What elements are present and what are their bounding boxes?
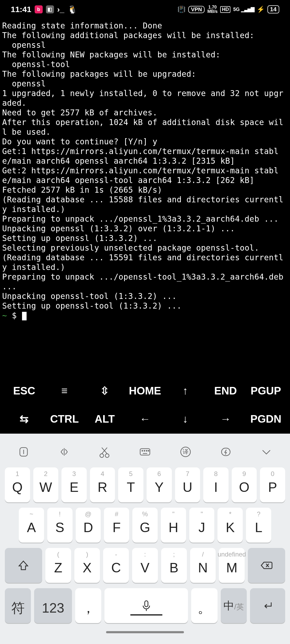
key-backspace[interactable]	[248, 548, 285, 583]
key-numeric[interactable]: 123	[34, 588, 72, 623]
prompt-symbol: $	[12, 311, 17, 320]
keyboard-row-2: ~A!S@D#F%G"H"J*K?L	[5, 508, 285, 543]
keyboard-row-1: 1Q2W3E4R5T6Y7U8I9O0P	[5, 467, 285, 502]
ime-tool-cursor-icon[interactable]	[16, 444, 31, 459]
key-pgdn[interactable]: PGDN	[246, 411, 286, 427]
ime-panel: 译 1Q2W3E4R5T6Y7U8I9O0P ~A!S@D#F%G"H"J*K?…	[0, 434, 290, 644]
svg-point-5	[144, 451, 145, 451]
svg-point-6	[146, 451, 147, 451]
key-up[interactable]: ↑	[165, 383, 205, 399]
key-enter[interactable]	[250, 588, 285, 623]
key-u[interactable]: 7U	[175, 467, 200, 502]
penguin-icon: 🐧	[67, 5, 77, 14]
key-menu[interactable]: ≡	[44, 383, 85, 399]
status-bar: 11:41 b ◧ ›_ 🐧 📳 VPN 1.70 MB/s HD 5G ▁▃▅…	[0, 0, 290, 19]
keyboard-rows: 1Q2W3E4R5T6Y7U8I9O0P ~A!S@D#F%G"H"J*K?L …	[0, 467, 290, 623]
cursor	[22, 312, 27, 320]
key-q[interactable]: 1Q	[5, 467, 30, 502]
key-a[interactable]: ~A	[19, 508, 44, 543]
signal-icon: ▁▃▅▇	[241, 7, 254, 12]
key-shift[interactable]	[5, 548, 42, 583]
key-home[interactable]: HOME	[125, 383, 165, 399]
ime-tool-translate-icon[interactable]: 译	[178, 444, 193, 459]
keyboard-row-4: 符 123 ， 。 中/英	[5, 588, 285, 623]
net-type: 5G ▁▃▅▇	[233, 6, 254, 12]
key-pgup[interactable]: PGUP	[246, 383, 286, 399]
extra-keys-bar: ESC ≡ ⇳ HOME ↑ END PGUP ⇆ CTRL ALT ← ↓ →…	[0, 377, 290, 434]
key-c[interactable]: -C	[103, 548, 129, 583]
ime-tool-keyboard-icon[interactable]	[137, 444, 153, 459]
key-s[interactable]: !S	[47, 508, 73, 543]
key-e[interactable]: 3E	[61, 467, 87, 502]
key-j[interactable]: "J	[189, 508, 215, 543]
key-r[interactable]: 4R	[90, 467, 115, 502]
prompt-dir: ~	[2, 311, 7, 320]
key-l[interactable]: ?L	[246, 508, 271, 543]
key-right[interactable]: →	[205, 411, 246, 427]
key-n[interactable]: /N	[190, 548, 216, 583]
bolt-icon: ⚡	[257, 6, 265, 13]
key-left[interactable]: ←	[125, 411, 165, 427]
svg-point-2	[105, 454, 109, 458]
key-comma[interactable]: ，	[75, 588, 101, 623]
ime-tool-select-icon[interactable]	[57, 444, 72, 459]
vibrate-icon: 📳	[177, 6, 186, 13]
key-m[interactable]: undefinedM	[219, 548, 245, 583]
key-h[interactable]: "H	[161, 508, 186, 543]
key-w[interactable]: 2W	[33, 467, 59, 502]
key-tab[interactable]: ⇆	[4, 411, 44, 427]
clock: 11:41	[11, 5, 31, 14]
shift-icon	[17, 559, 30, 572]
key-esc[interactable]: ESC	[4, 383, 44, 399]
key-x[interactable]: )X	[74, 548, 100, 583]
svg-point-7	[148, 451, 149, 451]
status-right: 📳 VPN 1.70 MB/s HD 5G ▁▃▅▇ ⚡ 14	[177, 5, 279, 14]
svg-rect-3	[140, 449, 150, 455]
backspace-icon	[260, 559, 273, 572]
space-underline	[130, 614, 162, 616]
enter-icon	[261, 599, 274, 612]
key-p[interactable]: 0P	[260, 467, 285, 502]
battery-badge: 14	[267, 5, 279, 13]
key-language[interactable]: 中/英	[221, 588, 247, 623]
ime-tool-scissors-icon[interactable]	[97, 444, 112, 459]
status-left: 11:41 b ◧ ›_ 🐧	[11, 5, 77, 14]
app-icon-2: ◧	[46, 5, 54, 13]
net-speed: 1.70 MB/s	[207, 5, 218, 14]
hd-badge: HD	[220, 6, 230, 13]
key-space[interactable]	[104, 588, 188, 623]
nav-gesture-pill[interactable]	[106, 631, 184, 633]
terminal-output[interactable]: Reading state information... Done The fo…	[0, 19, 290, 320]
svg-point-4	[142, 451, 143, 451]
key-t[interactable]: 5T	[118, 467, 143, 502]
key-k[interactable]: *K	[218, 508, 243, 543]
app-icon-1: b	[35, 5, 43, 13]
key-symbols[interactable]: 符	[5, 588, 31, 623]
key-f[interactable]: #F	[104, 508, 129, 543]
ime-tool-lightning-icon[interactable]	[218, 444, 233, 459]
svg-rect-10	[145, 601, 148, 607]
key-down[interactable]: ↓	[165, 411, 205, 427]
ime-tool-collapse-icon[interactable]	[259, 444, 274, 459]
key-b[interactable]: ;B	[161, 548, 187, 583]
key-o[interactable]: 9O	[232, 467, 257, 502]
vpn-badge: VPN	[188, 6, 205, 13]
key-y[interactable]: 6Y	[147, 467, 172, 502]
terminal-empty-area[interactable]	[0, 320, 290, 377]
key-g[interactable]: %G	[132, 508, 158, 543]
key-period[interactable]: 。	[191, 588, 217, 623]
key-ctrl[interactable]: CTRL	[44, 411, 85, 427]
key-z[interactable]: (Z	[45, 548, 71, 583]
key-end[interactable]: END	[205, 383, 246, 399]
mic-icon	[140, 599, 153, 612]
key-v[interactable]: :V	[132, 548, 158, 583]
key-d[interactable]: @D	[76, 508, 101, 543]
svg-rect-9	[222, 448, 230, 456]
svg-point-1	[100, 454, 104, 458]
term-glyph: ›_	[57, 5, 64, 14]
keyboard-row-3: (Z)X-C:V;B/NundefinedM	[5, 548, 285, 583]
key-alt[interactable]: ALT	[85, 411, 125, 427]
key-scroll[interactable]: ⇳	[85, 383, 125, 399]
ime-toolbar: 译	[0, 434, 290, 467]
key-i[interactable]: 8I	[203, 467, 229, 502]
